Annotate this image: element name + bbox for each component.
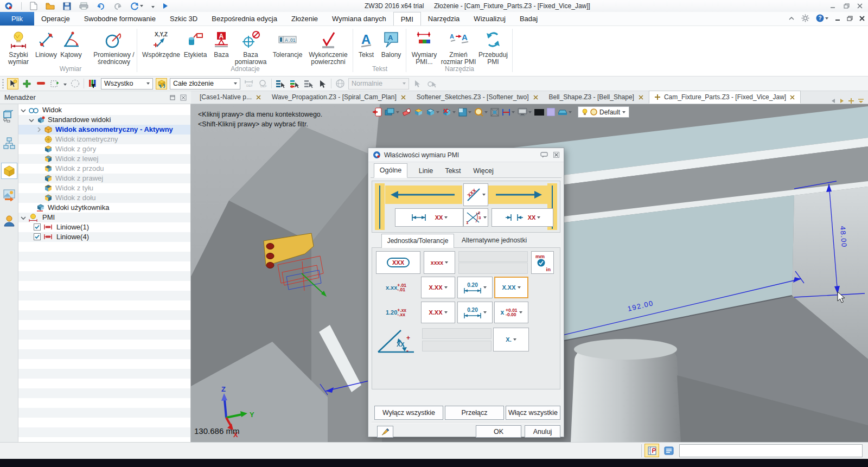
text-orientation-dropdown[interactable]: XXX: [463, 183, 488, 206]
tree-item-widok-aksonometryczny-active[interactable]: Widok aksonometryczny - Aktywny: [18, 125, 190, 135]
dim-frame-button[interactable]: XXX: [376, 251, 420, 274]
redo-button[interactable]: [113, 2, 122, 10]
tree-item-widok-z-lewej[interactable]: Widok z lewej: [18, 154, 190, 164]
dialog-tab-linie[interactable]: Linie: [413, 164, 439, 177]
regen-button[interactable]: [130, 2, 143, 10]
pick-cursor-button[interactable]: [317, 78, 328, 89]
doc-tab-wave-propagation[interactable]: Wave_Propagation.Z3 - [Spiral_Cam_Plan]: [266, 91, 411, 104]
doc-close-icon[interactable]: [859, 16, 865, 21]
menu-swobodne-formowanie[interactable]: Swobodne formowanie: [77, 12, 163, 25]
visualization-icon[interactable]: [1, 187, 17, 203]
right-dim-style-dropdown[interactable]: XX: [492, 208, 553, 227]
toggle-button[interactable]: Przełącz: [445, 406, 504, 420]
tolerance-row2-style-dropdown[interactable]: x +0.01-0.00: [494, 302, 528, 323]
tree-item-widok[interactable]: Widok: [18, 105, 190, 115]
tolerance-row2-gap-dropdown[interactable]: 0.20: [457, 302, 493, 323]
manager-close-icon[interactable]: [180, 94, 187, 101]
dialog-tab-wiecej[interactable]: Więcej: [468, 164, 499, 177]
disable-all-button[interactable]: Wyłącz wszystkie: [374, 406, 443, 420]
play-macro-button[interactable]: [163, 3, 168, 9]
tolerance-row1-style-dropdown[interactable]: X.XX: [494, 277, 528, 298]
doc-minimize-icon[interactable]: [835, 16, 840, 21]
new-file-button[interactable]: [30, 2, 37, 10]
left-dim-style-dropdown[interactable]: XX: [395, 208, 463, 227]
menu-operacje[interactable]: Operacje: [34, 12, 77, 25]
dialog-tab-ogolne[interactable]: Ogólne: [374, 163, 407, 178]
apply-style-brush-button[interactable]: [377, 426, 393, 438]
help-icon[interactable]: ?: [816, 14, 828, 22]
tree-item-standardowe-widoki[interactable]: Standardowe widoki: [18, 115, 190, 125]
exit-view-icon[interactable]: [372, 107, 382, 117]
select-box-button[interactable]: [49, 78, 61, 89]
settings-gear-icon[interactable]: [801, 14, 809, 22]
assembly-tree-icon[interactable]: [1, 108, 17, 125]
menu-badaj[interactable]: Badaj: [513, 12, 545, 25]
hide-box-icon[interactable]: [442, 108, 456, 117]
undo-button[interactable]: [97, 2, 105, 10]
tab-close-icon[interactable]: [639, 95, 643, 100]
select-box-dropdown-icon[interactable]: [63, 80, 67, 87]
zoom-extents-icon[interactable]: [490, 108, 499, 117]
pick-list-remove-button[interactable]: [303, 78, 314, 89]
dim-format-dropdown[interactable]: xxxx: [424, 251, 455, 274]
menu-narzedzia[interactable]: Narzędzia: [421, 12, 467, 25]
dialog-close-icon[interactable]: [553, 152, 559, 158]
show-manager-toggle[interactable]: [644, 444, 659, 457]
tree-item-widok-izometryczny[interactable]: Widok izometryczny: [18, 135, 190, 144]
tree-item-widok-z-tylu[interactable]: Widok z tyłu: [18, 183, 190, 193]
display-monitor-icon[interactable]: [518, 108, 532, 117]
pick-list-add-button[interactable]: [289, 78, 300, 89]
tree-item-widok-z-przodu[interactable]: Widok z przodu: [18, 164, 190, 174]
angle-precision-dropdown[interactable]: X.: [493, 328, 529, 351]
restore-button[interactable]: [841, 2, 851, 10]
history-tree-icon[interactable]: [1, 136, 17, 152]
leader-points-dropdown[interactable]: 231: [463, 208, 488, 227]
cancel-button[interactable]: Anuluj: [525, 425, 560, 438]
tolerance-row1-gap-dropdown[interactable]: 0.20: [457, 277, 493, 298]
tab-close-icon[interactable]: [533, 95, 538, 100]
unit-mm-in-button[interactable]: mm in: [531, 251, 554, 274]
checkbox-checked-icon[interactable]: [34, 223, 41, 231]
shade-box-icon[interactable]: [426, 108, 439, 117]
open-file-button[interactable]: [46, 2, 55, 10]
enable-all-button[interactable]: Włącz wszystkie: [506, 406, 560, 420]
tree-item-widok-z-gory[interactable]: Widok z góry: [18, 144, 190, 154]
qat-dropdown-icon[interactable]: [151, 2, 155, 10]
close-button[interactable]: [855, 2, 865, 10]
scope-dropdown[interactable]: Całe złożenie: [170, 78, 240, 89]
subtab-jednostka-tolerancje[interactable]: Jednostka/Tolerancje: [381, 234, 454, 248]
render-style-dropdown[interactable]: Default: [578, 106, 629, 118]
expander-icon[interactable]: [29, 118, 34, 123]
tree-item-widok-z-prawej[interactable]: Widok z prawej: [18, 174, 190, 183]
tree-item-pmi[interactable]: PMI: [18, 213, 190, 222]
view-manager-icon[interactable]: [1, 163, 17, 179]
tab-close-icon[interactable]: [401, 95, 406, 100]
select-lasso-button[interactable]: [69, 78, 81, 89]
tab-scroll-left-icon[interactable]: [831, 98, 835, 104]
command-input[interactable]: [679, 444, 863, 457]
tolerance-row2-precision-dropdown[interactable]: X.XX: [421, 302, 455, 323]
view-corner-icon[interactable]: [458, 108, 471, 117]
doc-tab-softener-sketches[interactable]: Softener_Sketches.Z3 - [Softener_two]: [411, 91, 544, 104]
background-color-icon[interactable]: [547, 108, 555, 116]
menu-pmi[interactable]: PMI: [393, 12, 421, 25]
pick-scope-button[interactable]: [156, 78, 167, 89]
doc-restore-icon[interactable]: [847, 16, 853, 21]
erase-icon[interactable]: [402, 108, 411, 116]
tolerance-row1-precision-dropdown[interactable]: X.XX: [421, 277, 455, 298]
menu-bezposrednia-edycja[interactable]: Bezpośrednia edycja: [205, 12, 284, 25]
tree-item-widoki-uzytkownika[interactable]: Widoki użytkownika: [18, 203, 190, 213]
filter-list-button[interactable]: [87, 78, 98, 89]
collapse-ribbon-icon[interactable]: [788, 15, 795, 22]
expander-icon[interactable]: [37, 127, 41, 132]
manager-float-icon[interactable]: [169, 94, 176, 101]
background-black-icon[interactable]: [534, 109, 544, 116]
tree-item-liniowe-4[interactable]: Liniowe(4): [18, 232, 190, 242]
tab-list-icon[interactable]: [858, 98, 864, 104]
minimize-button[interactable]: [828, 2, 838, 10]
smart-pick-button[interactable]: [7, 78, 18, 89]
dim-display-icon[interactable]: [502, 108, 515, 117]
dialog-help-bubble-icon[interactable]: [540, 152, 548, 158]
doc-tab-case1[interactable]: [Case1-Native p...: [194, 91, 266, 104]
tree-item-liniowe-1[interactable]: Liniowe(1): [18, 222, 190, 232]
